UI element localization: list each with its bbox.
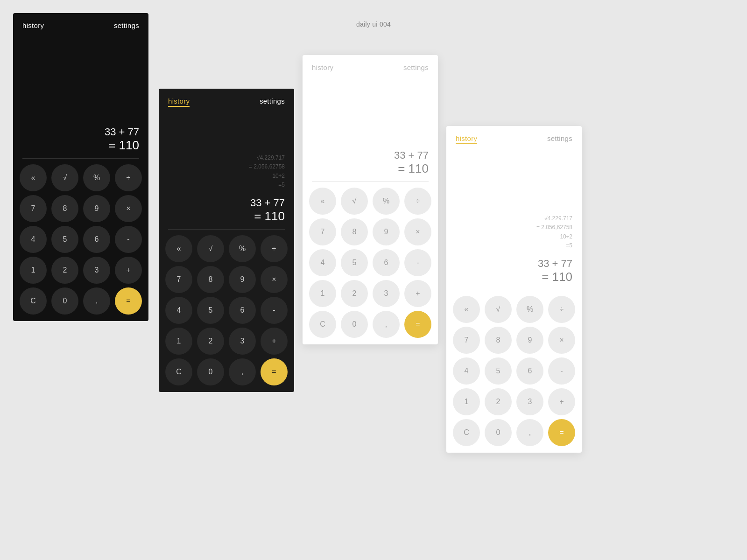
btn-3[interactable]: 3 (373, 280, 400, 307)
card4-settings-label[interactable]: settings (547, 134, 572, 142)
btn-sqrt[interactable]: √ (51, 164, 78, 191)
btn-6[interactable]: 6 (373, 249, 400, 276)
btn-sqrt[interactable]: √ (341, 188, 368, 215)
btn-3[interactable]: 3 (83, 257, 110, 284)
btn-subtract[interactable]: - (548, 357, 575, 385)
btn-subtract[interactable]: - (261, 297, 288, 324)
card2-history-label[interactable]: history (168, 97, 190, 107)
btn-0[interactable]: 0 (51, 287, 78, 315)
card1-history-label[interactable]: history (22, 21, 44, 29)
btn-4[interactable]: 4 (309, 249, 336, 276)
calculator-card-1: history settings 33 + 77 = 110 « √ % ÷ 7… (13, 13, 148, 321)
btn-8[interactable]: 8 (341, 218, 368, 245)
btn-6[interactable]: 6 (229, 297, 256, 324)
btn-subtract[interactable]: - (115, 226, 142, 253)
card3-spacer (303, 76, 438, 146)
btn-equals[interactable]: = (548, 419, 575, 446)
btn-equals[interactable]: = (261, 358, 288, 385)
btn-9[interactable]: 9 (516, 327, 543, 354)
btn-clear[interactable]: C (309, 311, 336, 338)
card4-history-label[interactable]: history (456, 134, 477, 144)
btn-subtract[interactable]: - (404, 249, 431, 276)
btn-backspace[interactable]: « (453, 296, 480, 323)
btn-9[interactable]: 9 (83, 195, 110, 222)
btn-backspace[interactable]: « (309, 188, 336, 215)
card3-settings-label[interactable]: settings (403, 63, 429, 71)
btn-percent[interactable]: % (83, 164, 110, 191)
btn-2[interactable]: 2 (197, 328, 224, 355)
btn-9[interactable]: 9 (229, 266, 256, 293)
btn-clear[interactable]: C (20, 287, 47, 315)
btn-equals[interactable]: = (404, 311, 431, 338)
card2-settings-label[interactable]: settings (260, 97, 285, 105)
btn-equals[interactable]: = (115, 287, 142, 315)
btn-8[interactable]: 8 (485, 327, 512, 354)
btn-percent[interactable]: % (373, 188, 400, 215)
btn-5[interactable]: 5 (485, 357, 512, 385)
card2-buttons: « √ % ÷ 7 8 9 × 4 5 6 - 1 2 3 + (159, 230, 294, 392)
btn-clear[interactable]: C (453, 419, 480, 446)
btn-4[interactable]: 4 (453, 357, 480, 385)
btn-7[interactable]: 7 (20, 195, 47, 222)
btn-5[interactable]: 5 (341, 249, 368, 276)
btn-2[interactable]: 2 (51, 257, 78, 284)
btn-9[interactable]: 9 (373, 218, 400, 245)
card1-settings-label[interactable]: settings (114, 21, 139, 29)
btn-add[interactable]: + (548, 388, 575, 415)
card2-history-line-4: =5 (168, 181, 285, 189)
btn-5[interactable]: 5 (51, 226, 78, 253)
btn-1[interactable]: 1 (453, 388, 480, 415)
btn-add[interactable]: + (261, 328, 288, 355)
btn-multiply[interactable]: × (404, 218, 431, 245)
btn-0[interactable]: 0 (341, 311, 368, 338)
btn-add[interactable]: + (115, 257, 142, 284)
btn-8[interactable]: 8 (51, 195, 78, 222)
btn-divide[interactable]: ÷ (115, 164, 142, 191)
btn-decimal[interactable]: , (373, 311, 400, 338)
btn-4[interactable]: 4 (165, 297, 192, 324)
btn-multiply[interactable]: × (115, 195, 142, 222)
btn-6[interactable]: 6 (516, 357, 543, 385)
btn-1[interactable]: 1 (165, 328, 192, 355)
calculator-card-3: history settings 33 + 77 = 110 « √ % ÷ 7… (303, 55, 438, 344)
card4-row-4: 1 2 3 + (453, 388, 575, 415)
card2-header: history settings (159, 89, 294, 112)
card1-header: history settings (13, 13, 148, 34)
btn-sqrt[interactable]: √ (485, 296, 512, 323)
btn-1[interactable]: 1 (309, 280, 336, 307)
btn-decimal[interactable]: , (516, 419, 543, 446)
btn-7[interactable]: 7 (453, 327, 480, 354)
btn-decimal[interactable]: , (229, 358, 256, 385)
card1-display: 33 + 77 = 110 (13, 122, 148, 158)
btn-clear[interactable]: C (165, 358, 192, 385)
btn-1[interactable]: 1 (20, 257, 47, 284)
btn-percent[interactable]: % (516, 296, 543, 323)
btn-multiply[interactable]: × (261, 266, 288, 293)
card4-row-1: « √ % ÷ (453, 296, 575, 323)
card3-expression: 33 + 77 (312, 149, 429, 161)
btn-2[interactable]: 2 (485, 388, 512, 415)
btn-decimal[interactable]: , (83, 287, 110, 315)
btn-0[interactable]: 0 (197, 358, 224, 385)
btn-percent[interactable]: % (229, 235, 256, 262)
btn-4[interactable]: 4 (20, 226, 47, 253)
btn-backspace[interactable]: « (20, 164, 47, 191)
btn-divide[interactable]: ÷ (548, 296, 575, 323)
btn-backspace[interactable]: « (165, 235, 192, 262)
btn-0[interactable]: 0 (485, 419, 512, 446)
btn-8[interactable]: 8 (197, 266, 224, 293)
btn-3[interactable]: 3 (229, 328, 256, 355)
btn-7[interactable]: 7 (309, 218, 336, 245)
btn-divide[interactable]: ÷ (404, 188, 431, 215)
btn-add[interactable]: + (404, 280, 431, 307)
btn-5[interactable]: 5 (197, 297, 224, 324)
btn-multiply[interactable]: × (548, 327, 575, 354)
card4-history-line-4: =5 (456, 241, 572, 250)
card3-history-label[interactable]: history (312, 63, 333, 71)
btn-6[interactable]: 6 (83, 226, 110, 253)
btn-divide[interactable]: ÷ (261, 235, 288, 262)
btn-3[interactable]: 3 (516, 388, 543, 415)
btn-2[interactable]: 2 (341, 280, 368, 307)
btn-7[interactable]: 7 (165, 266, 192, 293)
btn-sqrt[interactable]: √ (197, 235, 224, 262)
